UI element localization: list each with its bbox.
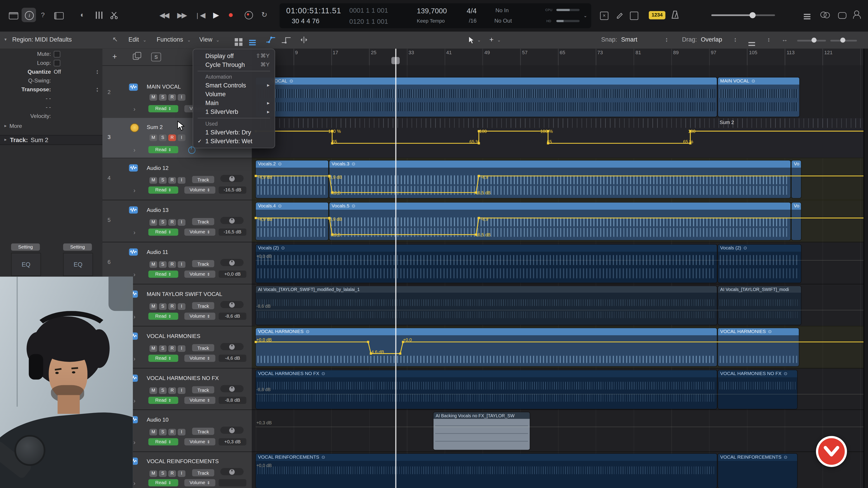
eq-thumbnail[interactable]: EQ [74,261,83,267]
master-volume-knob[interactable] [749,12,756,18]
go-to-beginning-button[interactable]: ❘◀ [195,11,206,19]
automation-value[interactable]: -4,6 dB [219,355,246,362]
setting-button[interactable]: Setting [63,243,92,251]
solo-button[interactable]: S [159,134,166,141]
region[interactable]: MAIN VOCAL⊙ [718,77,799,117]
region[interactable]: VOCAL REINFORCEMENTS⊙ [256,454,717,488]
pan-knob[interactable] [220,217,244,224]
input-monitor-button[interactable]: I [178,345,185,352]
automation-value[interactable]: +0,0 dB [219,271,246,278]
track-on-button[interactable]: Track [192,302,214,310]
region[interactable]: Vocals (2)⊙ [256,245,717,283]
lcd-mode-chevron-icon[interactable]: ⌄ [583,14,587,18]
mixer-icon[interactable] [96,11,97,20]
automation-value[interactable]: +0,3 dB [219,438,246,446]
quantize-value[interactable]: Off [54,69,61,74]
functions-menu[interactable]: Functions [157,37,183,43]
solo-button[interactable]: S [159,94,166,101]
automation-param-button[interactable]: Volume⇕ [184,228,215,236]
duplicate-track-icon[interactable] [133,54,139,61]
mute-button[interactable]: M [149,387,157,394]
forward-button[interactable]: ▶▶ [177,11,186,19]
track-on-button[interactable]: Track [192,218,214,225]
flex-icon[interactable] [300,36,308,45]
automation-mode-button[interactable]: Read⇕ [148,271,178,278]
drag-value[interactable]: Overlap [701,37,722,43]
region-inspector-title[interactable]: Region: MIDI Defaults [12,37,72,43]
automation-view-icon[interactable] [266,36,276,45]
command-tool-button[interactable]: + [489,36,494,43]
vertical-scrollbar[interactable] [864,49,868,488]
automation-value[interactable]: -8,6 dB [219,313,246,320]
menu-item-cycle-through[interactable]: Cycle Through⌘Y [193,60,275,69]
menu-item-smart-controls[interactable]: Smart Controls▸ [193,81,275,90]
automation-mode-button[interactable]: Read⇕ [148,228,178,236]
solo-button[interactable]: S [159,219,166,225]
input-monitor-button[interactable]: I [178,470,185,477]
lcd-display[interactable]: 01:00:51:11.51 30 4 4 76 0001 1 1 001 01… [280,3,591,28]
patch-icon[interactable] [630,11,638,21]
pan-knob[interactable] [220,385,244,392]
region[interactable]: AI Vocals_[TAYLOR_SWIFT]_modi [718,286,801,325]
record-enable-button-on[interactable]: R [168,134,176,141]
disclosure-icon[interactable]: › [133,230,135,236]
automation-mode-button[interactable]: Read⇕ [148,355,178,362]
solo-button[interactable]: S [159,177,166,183]
horizontal-zoom-knob[interactable] [840,38,845,43]
record-enable-button[interactable]: R [168,345,176,352]
grid-view-icon[interactable] [235,37,238,43]
track-on-button[interactable]: Track [192,344,214,352]
mute-button[interactable]: M [149,219,157,225]
menu-item-volume[interactable]: Volume [193,90,275,98]
metronome-icon[interactable] [671,11,679,21]
mute-button[interactable]: M [149,303,157,310]
cycle-icon[interactable]: ↻ [261,11,268,18]
collapse-lanes-icon[interactable] [748,38,755,44]
automation-param-button[interactable]: Volume⇕ [184,479,215,486]
automation-curve[interactable] [252,158,868,200]
region[interactable]: AI Vocals_[TAYLOR_SWIFT]_modified_by_lal… [256,286,717,325]
automation-curve[interactable] [252,118,868,158]
loops-browser-icon[interactable] [820,11,827,19]
quick-help-icon[interactable]: ? [41,11,44,18]
record-enable-button[interactable]: R [168,387,176,394]
add-track-button[interactable]: + [112,53,117,60]
vertical-zoom-icon[interactable]: ↕ [767,37,770,43]
record-enable-button[interactable]: R [168,261,176,267]
region[interactable]: VOCAL REINFORCEMENTS⊙ [718,454,797,488]
drag-stepper-icon[interactable]: ▴▾ [735,37,736,42]
input-monitor-button[interactable]: I [178,261,185,267]
automation-param-button[interactable]: Volume⇕ [184,355,215,362]
command-tool-chevron-icon[interactable]: ⌄ [497,38,501,43]
input-monitor-button[interactable]: I [178,303,185,310]
solo-button[interactable]: S [159,303,166,310]
playhead[interactable] [395,49,396,488]
edit-menu[interactable]: Edit [128,37,139,43]
mute-button[interactable]: M [149,94,157,101]
track-on-button[interactable]: Track [192,469,214,477]
pan-knob[interactable] [220,259,244,266]
inspector-toggle-icon[interactable]: i [25,11,34,20]
menu-item-display-off[interactable]: Display off⇧⌘Y [193,52,275,60]
input-monitor-button[interactable]: I [178,429,185,435]
region[interactable]: Vocals (2)⊙ [718,245,801,283]
dim-display-icon[interactable]: ◐ [80,11,85,18]
toolbar-toggle-icon[interactable] [54,12,64,21]
pan-knob[interactable] [220,468,244,475]
pointer-tool-button[interactable] [468,36,475,45]
notes-icon[interactable] [838,12,846,20]
automation-value[interactable]: -8,8 dB [219,397,246,404]
disclosure-icon[interactable]: › [133,147,135,153]
track-on-button[interactable]: Track [192,176,214,183]
menu-item-silververb[interactable]: 1 SilverVerb▸ [193,107,275,116]
pan-knob[interactable] [220,427,244,434]
solo-button[interactable]: S [159,387,166,394]
disclosure-icon[interactable]: › [133,106,135,112]
library-icon[interactable] [9,12,18,21]
mute-button[interactable]: M [149,261,157,267]
region[interactable]: AI Backing Vocals no FX_[TAYLOR_SW [434,412,530,450]
automation-curve[interactable] [252,326,868,368]
automation-param-button[interactable]: Volume⇕ [184,313,215,320]
track-on-button[interactable]: Track [192,428,214,435]
input-monitor-button[interactable]: I [178,219,185,225]
